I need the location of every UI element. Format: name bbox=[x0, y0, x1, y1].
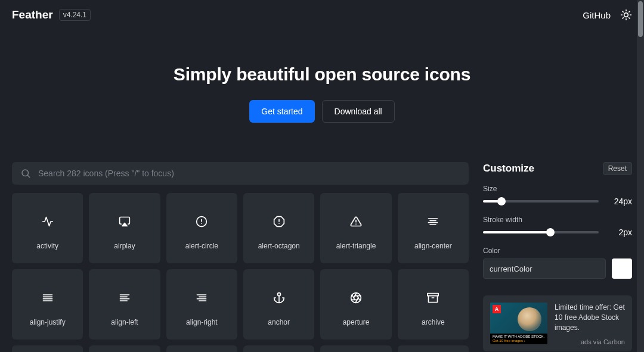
theme-toggle-button[interactable] bbox=[620, 9, 632, 21]
get-started-button[interactable]: Get started bbox=[249, 100, 314, 123]
sun-icon bbox=[620, 9, 632, 21]
icon-card-alert-triangle[interactable]: alert-triangle bbox=[320, 193, 391, 263]
icon-card[interactable] bbox=[398, 345, 469, 352]
icon-card-align-center[interactable]: align-center bbox=[398, 193, 469, 263]
anchor-icon bbox=[273, 292, 285, 304]
search-input[interactable] bbox=[38, 169, 460, 178]
svg-line-4 bbox=[629, 18, 630, 18]
color-swatch[interactable] bbox=[612, 258, 632, 279]
svg-marker-11 bbox=[122, 223, 127, 226]
stroke-slider[interactable] bbox=[483, 231, 599, 233]
icon-card-archive[interactable]: archive bbox=[398, 269, 469, 339]
color-input[interactable] bbox=[483, 258, 606, 279]
icon-card[interactable] bbox=[243, 345, 314, 352]
size-label: Size bbox=[483, 185, 632, 193]
alert-octagon-icon bbox=[273, 216, 285, 228]
activity-icon bbox=[42, 216, 54, 228]
icon-label: aperture bbox=[343, 318, 370, 326]
icon-card-alert-octagon[interactable]: alert-octagon bbox=[243, 193, 314, 263]
icon-card[interactable] bbox=[166, 345, 237, 352]
airplay-icon bbox=[119, 216, 131, 228]
align-left-icon bbox=[119, 292, 131, 304]
scrollbar-thumb[interactable] bbox=[638, 1, 643, 37]
icon-label: anchor bbox=[268, 318, 290, 326]
alert-triangle-icon bbox=[350, 216, 362, 228]
svg-line-3 bbox=[623, 11, 623, 12]
align-right-icon bbox=[196, 292, 208, 304]
align-center-icon bbox=[427, 216, 439, 228]
alert-circle-icon bbox=[196, 216, 208, 228]
icon-label: align-center bbox=[414, 242, 452, 250]
scrollbar[interactable] bbox=[637, 0, 644, 352]
icon-card-anchor[interactable]: anchor bbox=[243, 269, 314, 339]
aperture-icon bbox=[350, 292, 362, 304]
svg-point-0 bbox=[624, 13, 628, 17]
svg-point-9 bbox=[22, 170, 29, 176]
svg-line-7 bbox=[623, 18, 623, 18]
color-label: Color bbox=[483, 247, 632, 255]
archive-icon bbox=[427, 292, 439, 304]
stroke-value: 2px bbox=[607, 228, 632, 237]
align-justify-icon bbox=[42, 292, 54, 304]
icon-label: alert-octagon bbox=[258, 242, 300, 250]
size-value: 24px bbox=[607, 197, 632, 206]
icon-card-activity[interactable]: activity bbox=[12, 193, 83, 263]
stroke-label: Stroke width bbox=[483, 216, 632, 224]
icon-card-aperture[interactable]: aperture bbox=[320, 269, 391, 339]
icon-label: alert-circle bbox=[185, 242, 218, 250]
icon-label: activity bbox=[36, 242, 58, 250]
hero-title: Simply beautiful open source icons bbox=[0, 64, 644, 85]
icon-label: align-left bbox=[111, 318, 138, 326]
icon-label: archive bbox=[422, 318, 445, 326]
search-bar[interactable] bbox=[12, 162, 469, 185]
icon-card-align-left[interactable]: align-left bbox=[89, 269, 160, 339]
icon-card[interactable] bbox=[320, 345, 391, 352]
reset-button[interactable]: Reset bbox=[603, 162, 632, 175]
svg-rect-45 bbox=[428, 294, 438, 296]
github-link[interactable]: GitHub bbox=[583, 10, 611, 20]
icon-label: alert-triangle bbox=[336, 242, 376, 250]
icon-card-align-right[interactable]: align-right bbox=[166, 269, 237, 339]
icon-card-airplay[interactable]: airplay bbox=[89, 193, 160, 263]
icon-label: align-right bbox=[186, 318, 218, 326]
icon-label: align-justify bbox=[30, 318, 66, 326]
logo[interactable]: Feather bbox=[12, 8, 53, 21]
svg-line-10 bbox=[27, 175, 29, 177]
icon-card[interactable] bbox=[12, 345, 83, 352]
svg-line-8 bbox=[629, 11, 630, 12]
ad-via-link[interactable]: ads via Carbon bbox=[581, 338, 625, 345]
ad-image: A MAKE IT WITH ADOBE STOCK.Get 10 free i… bbox=[490, 303, 547, 344]
customize-title: Customize bbox=[483, 163, 603, 175]
icon-card-alert-circle[interactable]: alert-circle bbox=[166, 193, 237, 263]
version-badge[interactable]: v4.24.1 bbox=[59, 9, 91, 21]
ad-card[interactable]: A MAKE IT WITH ADOBE STOCK.Get 10 free i… bbox=[483, 295, 632, 351]
download-all-button[interactable]: Download all bbox=[322, 100, 395, 123]
size-slider[interactable] bbox=[483, 200, 599, 203]
search-icon bbox=[20, 168, 31, 179]
icon-card-align-justify[interactable]: align-justify bbox=[12, 269, 83, 339]
icon-card[interactable] bbox=[89, 345, 160, 352]
icon-label: airplay bbox=[114, 242, 135, 250]
